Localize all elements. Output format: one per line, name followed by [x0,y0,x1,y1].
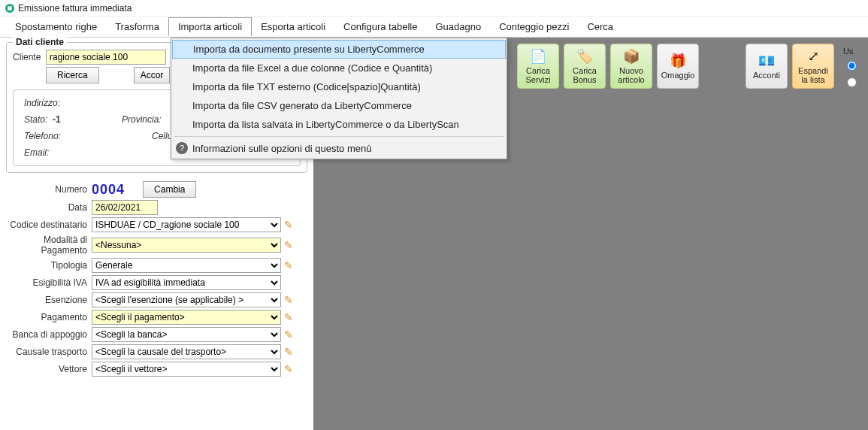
accor-button[interactable]: Accor [134,67,171,83]
esenzione-select[interactable]: <Scegli l'esenzione (se applicabile) > [92,292,281,307]
indirizzo-label: Indirizzo: [24,95,92,111]
cliente-label: Cliente [13,52,46,62]
field-label-1: Modalità di Pagamento [0,235,92,256]
cliente-input[interactable] [46,50,166,65]
telefono-label: Telefono: [24,128,92,144]
dropdown-item-importa-csv[interactable]: Importa da file CSV generato da LibertyC… [171,96,507,115]
menu-configura-tabelle[interactable]: Configura tabelle [334,18,426,35]
causale-trasporto-select[interactable]: <Scegli la causale del trasporto> [92,344,281,359]
question-icon: ? [176,142,188,154]
data-label: Data [0,202,92,213]
importa-articoli-dropdown: Importa da documento presente su Liberty… [171,38,507,159]
titlebar: Emissione fattura immediata [0,0,868,17]
banca-appoggio-select[interactable]: <Scegli la banca> [92,327,281,342]
tag-icon: 🏷️ [576,48,593,65]
nuovo-articolo-button[interactable]: 📦 Nuovo articolo [610,44,652,89]
dropdown-info-text: Informazioni sulle opzioni di questo men… [192,143,371,154]
menubar: Spostamento righe Trasforma Importa arti… [0,17,868,38]
pencil-icon[interactable]: ✎ [284,259,293,271]
toolbar-buttons: 📄 Carica Servizi 🏷️ Carica Bonus 📦 Nuovo… [517,44,699,89]
menu-esporta-articoli[interactable]: Esporta articoli [252,18,334,35]
menu-trasforma[interactable]: Trasforma [106,18,168,35]
app-icon [5,3,15,14]
field-label-0: Codice destinatario [0,220,92,230]
money-icon: 💶 [758,53,775,69]
data-input[interactable] [92,200,158,215]
radio-option-2[interactable] [843,75,859,89]
omaggio-label: Omaggio [661,71,695,80]
gift-icon: 🎁 [670,53,686,69]
ricerca-button[interactable]: Ricerca [46,67,99,83]
field-label-4: Esenzione [0,295,92,305]
espandi-lista-label: Espandi la lista [794,66,832,84]
pencil-icon[interactable]: ✎ [284,219,293,231]
carica-servizi-button[interactable]: 📄 Carica Servizi [517,44,559,89]
numero-label: Numero [0,184,92,195]
stato-label: Stato: -1 [24,111,92,128]
codice-destinatario-select[interactable]: ISHDUAE / CD_ragione sociale 100 [92,217,281,232]
field-label-2: Tipologia [0,260,92,271]
vettore-select[interactable]: <Scegli il vettore> [92,362,281,377]
email-label: Email: [24,144,92,161]
pencil-icon[interactable]: ✎ [284,294,293,306]
dropdown-item-importa-documento[interactable]: Importa da documento presente su Liberty… [172,40,506,59]
carica-bonus-button[interactable]: 🏷️ Carica Bonus [564,44,606,89]
pencil-icon[interactable]: ✎ [284,239,293,251]
pencil-icon[interactable]: ✎ [284,329,293,341]
field-label-7: Causale trasporto [0,347,92,357]
acconti-label: Acconti [753,71,780,80]
carica-bonus-label: Carica Bonus [566,66,603,84]
cambia-button[interactable]: Cambia [143,181,196,198]
field-label-5: Pagamento [0,312,92,322]
svg-rect-1 [8,6,11,10]
carica-servizi-label: Carica Servizi [519,66,557,84]
modalita-pagamento-select[interactable]: <Nessuna> [92,238,281,253]
toolbar-buttons-right: 💶 Acconti ⤢ Espandi la lista Us [746,44,860,92]
dropdown-item-importa-lista[interactable]: Importa da lista salvata in LibertyComme… [171,115,507,134]
field-label-3: Esigibilità IVA [0,277,92,288]
menu-conteggio-pezzi[interactable]: Conteggio pezzi [490,18,578,35]
pagamento-select[interactable]: <Scegli il pagamento> [92,310,281,325]
document-form: Numero 0004 Cambia Data Codice destinata… [0,176,313,379]
provincia-label: Provincia: [122,111,162,128]
toolbar-radios: Us [842,44,860,92]
pencil-icon[interactable]: ✎ [284,363,293,375]
tipologia-select[interactable]: Generale [92,258,281,273]
box-icon: 📦 [623,48,640,65]
dropdown-item-importa-excel[interactable]: Importa da file Excel a due colonne (Cod… [171,59,507,77]
omaggio-button[interactable]: 🎁 Omaggio [657,44,699,89]
espandi-lista-button[interactable]: ⤢ Espandi la lista [792,44,834,89]
window-title: Emissione fattura immediata [18,3,132,14]
expand-icon: ⤢ [808,48,819,65]
field-label-6: Banca di appoggio [0,329,92,340]
pencil-icon[interactable]: ✎ [284,311,293,323]
field-label-8: Vettore [0,364,92,374]
menu-guadagno[interactable]: Guadagno [426,18,490,35]
radios-label: Us [843,47,859,56]
pencil-icon[interactable]: ✎ [284,346,293,358]
dati-cliente-title: Dati cliente [13,37,67,47]
document-icon: 📄 [530,48,546,65]
menu-spostamento-righe[interactable]: Spostamento righe [6,18,106,35]
menu-cerca[interactable]: Cerca [578,18,622,35]
dropdown-item-importa-txt[interactable]: Importa da file TXT esterno (Codice[spaz… [171,77,507,96]
acconti-button[interactable]: 💶 Acconti [746,44,788,89]
esigibilita-iva-select[interactable]: IVA ad esigibilità immediata [92,275,281,290]
numero-value: 0004 [92,182,125,198]
menu-importa-articoli[interactable]: Importa articoli [168,17,252,36]
radio-option-1[interactable] [843,59,859,72]
dropdown-separator [174,136,504,137]
nuovo-articolo-label: Nuovo articolo [612,66,650,84]
dropdown-info-row[interactable]: ? Informazioni sulle opzioni di questo m… [171,139,507,157]
